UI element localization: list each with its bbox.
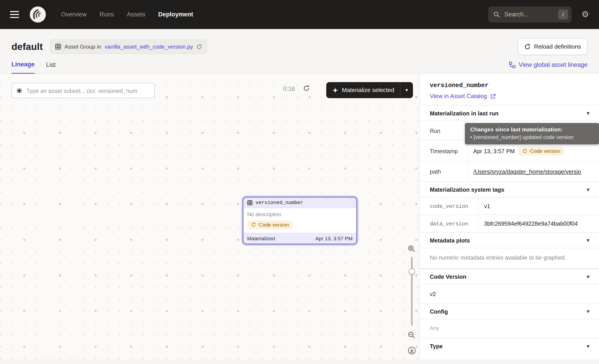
nav-item-assets[interactable]: Assets [127, 11, 145, 18]
download-image-button[interactable] [407, 347, 416, 356]
row-key: code_version [419, 198, 479, 215]
view-in-asset-catalog-link[interactable]: View in Asset Catalog [430, 93, 496, 100]
timestamp-value: Apr 13, 3:57 PM [473, 147, 515, 154]
asset-node-header: versioned_number [243, 198, 356, 208]
materialized-timestamp: Apr 13, 3:57 PM [315, 235, 352, 241]
search-shortcut-key: / [558, 9, 568, 19]
lineage-graph-icon [509, 61, 516, 68]
section-metadata-plots[interactable]: Metadata plots ▼ [419, 233, 599, 248]
lineage-canvas[interactable]: 0:16 Materialize selected ▼ [0, 74, 419, 359]
zoom-slider-handle[interactable] [409, 269, 415, 275]
table-icon [247, 200, 253, 205]
metadata-plots-empty-text: No numeric metadata entries available to… [419, 248, 599, 269]
asset-node-body: No description Code version [243, 208, 356, 233]
badge-prefix: Asset Group in [65, 44, 101, 50]
code-version-current-value: v2 [419, 285, 599, 303]
nav-item-runs[interactable]: Runs [100, 11, 114, 18]
title-row: default Asset Group in vanilla_asset_wit… [11, 38, 588, 55]
chevron-down-icon: ▼ [586, 274, 591, 279]
config-value: Any [419, 319, 599, 338]
table-row-code-version: code_version v1 [419, 198, 599, 215]
row-key: data_version [419, 215, 479, 232]
materialize-selected-button[interactable]: Materialize selected [326, 82, 400, 98]
asset-node-name: versioned_number [256, 200, 303, 205]
asset-detail-panel: versioned_number View in Asset Catalog M… [419, 74, 599, 359]
changes-tooltip: Changes since last materialization: • [v… [465, 123, 599, 144]
table-row-path: path /Users/sryza/dagster_home/storage/v… [419, 162, 599, 182]
nav-item-deployment[interactable]: Deployment [158, 11, 193, 18]
op-selector-icon [17, 88, 22, 93]
nav-links: Overview Runs Assets Deployment [61, 11, 193, 18]
chevron-down-icon: ▼ [586, 343, 591, 349]
row-key: path [419, 162, 468, 181]
path-link[interactable]: /Users/sryza/dagster_home/storage/versio [473, 168, 581, 175]
section-config[interactable]: Config ▼ [419, 304, 599, 319]
sparkle-icon [332, 87, 338, 93]
asset-name-title: versioned_number [430, 82, 589, 89]
section-materialization-system-tags[interactable]: Materialization system tags ▼ [419, 182, 599, 197]
tab-list[interactable]: List [46, 61, 56, 73]
tooltip-body: • [versioned_number] updated code versio… [470, 134, 594, 140]
page-title: default [11, 41, 43, 52]
data-version-value: 3bfc269594ef649228e9a74bab00f04 [484, 220, 578, 227]
refresh-timer: 0:16 [283, 86, 295, 93]
materialize-dropdown-caret[interactable]: ▼ [400, 82, 413, 98]
external-link-icon [490, 93, 496, 99]
search-input[interactable] [504, 11, 555, 18]
hamburger-menu-icon[interactable] [10, 11, 19, 18]
refresh-icon [251, 222, 256, 227]
asset-node-footer: Materialized Apr 13, 3:57 PM [243, 233, 356, 244]
reload-definitions-button[interactable]: Reload definitions [518, 38, 588, 55]
tab-lineage[interactable]: Lineage [11, 61, 35, 74]
materialized-status-label: Materialized [247, 235, 275, 241]
zoom-in-button[interactable] [407, 245, 415, 254]
section-code-version[interactable]: Code Version ▼ [419, 269, 599, 284]
code-file-link[interactable]: vanilla_asset_with_code_version.py [105, 44, 193, 50]
zoom-slider[interactable] [411, 257, 413, 326]
chevron-down-icon: ▼ [586, 237, 591, 243]
section-type[interactable]: Type ▼ [419, 338, 599, 354]
tooltip-title: Changes since last materialization: [470, 126, 594, 132]
row-key: Timestamp [419, 141, 468, 161]
section-materialization-in-last-run[interactable]: Materialization in last run ▼ [419, 105, 599, 121]
asset-subset-filter[interactable] [11, 83, 155, 98]
zoom-out-button[interactable] [407, 331, 415, 340]
app: Overview Runs Assets Deployment / ⚙ defa… [0, 0, 599, 364]
main-area: 0:16 Materialize selected ▼ [0, 74, 599, 359]
chevron-down-icon: ▼ [586, 187, 591, 192]
dagster-logo-icon[interactable] [29, 6, 47, 23]
chevron-down-icon: ▼ [586, 110, 591, 116]
code-version-value: v1 [484, 203, 490, 209]
refresh-icon[interactable] [196, 44, 202, 49]
top-nav: Overview Runs Assets Deployment / ⚙ [0, 0, 599, 29]
tabs-row: Lineage List View global asset lineage [11, 61, 588, 73]
grid-icon [55, 44, 61, 50]
table-row-data-version: data_version 3bfc269594ef649228e9a74bab0… [419, 215, 599, 233]
asset-node-description: No description [247, 211, 352, 217]
code-version-chip: Code version [519, 147, 564, 155]
code-version-chip: Code version [247, 220, 293, 229]
settings-gear-icon[interactable]: ⚙ [581, 10, 589, 19]
system-tags-table: code_version v1 data_version 3bfc269594e… [419, 198, 599, 233]
search-icon [493, 11, 500, 18]
view-global-lineage-link[interactable]: View global asset lineage [509, 61, 588, 73]
asset-group-badge: Asset Group in vanilla_asset_with_code_v… [50, 39, 208, 54]
asset-subset-input[interactable] [26, 87, 150, 94]
global-search[interactable]: / [488, 7, 572, 23]
nav-item-overview[interactable]: Overview [61, 11, 87, 18]
row-key: Run [419, 121, 468, 140]
refresh-icon [522, 148, 527, 153]
chevron-down-icon: ▼ [586, 308, 591, 314]
asset-node-versioned-number[interactable]: versioned_number No description Code ver… [243, 197, 357, 244]
refresh-icon[interactable] [303, 85, 310, 93]
page-header: default Asset Group in vanilla_asset_wit… [0, 29, 599, 74]
refresh-icon [524, 43, 531, 50]
materialize-button-group: Materialize selected ▼ [326, 82, 413, 98]
